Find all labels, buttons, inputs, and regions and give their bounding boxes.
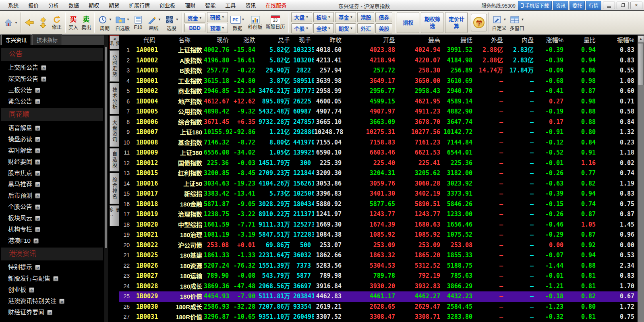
sidebar-item[interactable]: 创业板e bbox=[0, 284, 104, 295]
sidebar-item[interactable]: 港澳F10e bbox=[0, 235, 104, 246]
sidebar-item[interactable]: 黑马推荐e bbox=[0, 179, 104, 190]
sidebar-item[interactable]: 新股发行与配售e bbox=[0, 273, 104, 284]
quick-button[interactable]: 行情 bbox=[586, 1, 601, 10]
buy-button[interactable]: 买 买入 bbox=[67, 14, 80, 32]
customize-button[interactable]: ▼ 自定义 bbox=[490, 13, 508, 33]
market-nav-button[interactable]: 港股 bbox=[357, 12, 374, 22]
quick-button[interactable]: 资讯 bbox=[553, 1, 568, 10]
panel-tab[interactable]: 更多⋯ bbox=[110, 205, 119, 226]
chevron-down-icon[interactable]: ▼ bbox=[158, 18, 161, 21]
quick-button[interactable]: 手机版下载 bbox=[518, 1, 552, 10]
market-nav-button[interactable]: 大盘▼ bbox=[291, 12, 312, 22]
table-row[interactable]: 231B0027180运输789.90-0.08543.79万5877789.9… bbox=[119, 271, 638, 281]
menu-item[interactable]: 资讯 bbox=[240, 1, 261, 9]
options-filter-button[interactable]: 期权筛选 bbox=[421, 12, 443, 33]
panel-tab[interactable]: 技术分析 bbox=[110, 83, 119, 114]
sidebar-scroll-thumb[interactable] bbox=[105, 47, 107, 248]
research-button[interactable]: 研报▼ bbox=[207, 12, 228, 22]
menu-item[interactable]: 数据 bbox=[64, 1, 84, 9]
market-nav-button[interactable]: 板块▼ bbox=[313, 12, 334, 22]
market-nav-button[interactable]: 债券 bbox=[375, 12, 392, 22]
sidebar-item[interactable]: 语音解盘e bbox=[0, 122, 104, 134]
table-row[interactable]: 241B0028180成长3869.36-47.482968.56万366973… bbox=[119, 281, 638, 292]
menu-item[interactable]: 扩展行情 bbox=[124, 1, 155, 9]
down-arrow-icon[interactable] bbox=[38, 23, 48, 29]
menu-item[interactable]: 分析 bbox=[43, 1, 64, 9]
sidebar-item[interactable]: 港澳资讯特别关注e bbox=[0, 295, 104, 307]
sidebar-item[interactable]: 后市预测e bbox=[0, 190, 104, 201]
chevron-down-icon[interactable]: ▼ bbox=[176, 18, 179, 21]
table-row[interactable]: 211B0025180基建1861.33-1.332231.64万3603218… bbox=[119, 250, 638, 261]
column-header[interactable]: 开盘 bbox=[345, 35, 398, 45]
table-row[interactable]: 181B0020中型综指1661.59-7.719111.31万12527316… bbox=[119, 220, 638, 230]
table-scroll-thumb[interactable] bbox=[638, 43, 644, 85]
column-header[interactable] bbox=[119, 35, 134, 45]
quick-button[interactable]: 委托 bbox=[569, 1, 585, 10]
column-header[interactable]: 现手 bbox=[293, 35, 314, 45]
table-row[interactable]: 141B0016上证503034.63-19.234104.26万1562613… bbox=[119, 179, 638, 189]
table-row[interactable]: 11A0001上证指数4002.76-15.845.82亿10323504018… bbox=[119, 45, 638, 56]
table-row[interactable]: 151B0017新综指3383.42-13.415.73亿10250603396… bbox=[119, 189, 638, 199]
table-row[interactable]: 251B0029180价值4454.93-7.905111.81万2038414… bbox=[119, 291, 638, 302]
minimize-button[interactable] bbox=[603, 2, 615, 9]
close-button[interactable]: × bbox=[630, 2, 642, 9]
column-header[interactable]: 代码 bbox=[134, 35, 165, 45]
sidebar-item[interactable]: 股市焦点e bbox=[0, 167, 104, 179]
sell-button[interactable]: 卖 卖出 bbox=[80, 14, 93, 32]
table-row[interactable]: 21A0002A股指数4196.80-16.615.82亿10320604213… bbox=[119, 56, 638, 66]
sidebar-item[interactable]: 实时解盘e bbox=[0, 145, 104, 156]
table-row[interactable]: 261B0030180R成长2586.93-32.287207.86万93354… bbox=[119, 302, 638, 312]
table-row[interactable]: 71B0005公用指数4898.42-9.325432.48万609874907… bbox=[119, 107, 638, 117]
column-header[interactable]: 振幅% bbox=[599, 35, 638, 45]
sidebar-scrollbar[interactable] bbox=[104, 35, 108, 322]
sidebar-item[interactable]: 机构专栏e bbox=[0, 224, 104, 235]
up-arrow-icon[interactable] bbox=[38, 17, 48, 23]
table-row[interactable]: 31A0003B股指数257.72-0.2229.90万2822257.9425… bbox=[119, 66, 638, 76]
restore-button[interactable] bbox=[617, 2, 629, 9]
forecast-button[interactable]: 预测▼ bbox=[207, 23, 228, 33]
table-row[interactable]: 101B0008基金指数7146.32-8.728.80亿4419707155.… bbox=[119, 138, 638, 148]
column-header[interactable]: 内盘 bbox=[506, 35, 537, 45]
chevron-down-icon[interactable]: ▼ bbox=[109, 18, 112, 21]
table-row[interactable]: 201B0022沪公司债253.08+0.0169.86万500253.0725… bbox=[119, 240, 638, 251]
chevron-down-icon[interactable]: ▼ bbox=[126, 18, 130, 21]
scroll-up-icon[interactable]: ▲ bbox=[638, 35, 644, 42]
chevron-down-icon[interactable]: ▼ bbox=[14, 21, 18, 25]
back-button[interactable] bbox=[23, 17, 36, 28]
sidebar-item[interactable]: 三板公告e bbox=[0, 85, 104, 96]
table-row[interactable]: 51B0002商业指数2946.85-12.143476.21万10777329… bbox=[119, 86, 638, 97]
sidebar-item[interactable]: 操盘必读e bbox=[0, 134, 104, 145]
chevron-down-icon[interactable]: ▼ bbox=[521, 18, 524, 21]
sidebar-item[interactable]: 深交所公告e bbox=[0, 73, 104, 85]
menu-item[interactable]: 报价 bbox=[23, 1, 43, 9]
table-row[interactable]: 171B0019治理指数1238.75-3.228910.22万21137112… bbox=[119, 209, 638, 220]
column-header[interactable]: 名称 bbox=[165, 35, 204, 45]
sidebar-item[interactable]: 财经证券要闻e bbox=[0, 307, 104, 318]
menu-item[interactable]: 期权 bbox=[84, 1, 104, 9]
market-nav-button[interactable]: 基金▼ bbox=[335, 12, 356, 22]
column-header[interactable]: 最高 bbox=[398, 35, 443, 45]
panel-tab[interactable]: ◀资讯 bbox=[110, 35, 119, 49]
sidebar-item[interactable]: 特别提示e bbox=[0, 262, 104, 273]
column-header[interactable]: 量比 bbox=[567, 35, 599, 45]
sidebar-item[interactable]: 个股公告e bbox=[0, 201, 104, 213]
pe-data-button[interactable]: PE▼ 数据 bbox=[229, 13, 246, 33]
panel-tab[interactable]: 分时走势 bbox=[110, 50, 119, 82]
menu-item[interactable]: 创业板 bbox=[155, 1, 180, 9]
table-row[interactable]: 221B0026180资源5207.24-76.321551.39万737352… bbox=[119, 261, 638, 271]
market-nav-button[interactable]: 外汇 bbox=[357, 23, 374, 33]
menu-item[interactable]: 系统 bbox=[3, 1, 23, 9]
drawline-button[interactable]: ▼ 画线 bbox=[145, 13, 163, 33]
sidebar-tab[interactable]: 东兴资讯 bbox=[1, 34, 31, 45]
column-header[interactable]: 涨跌 bbox=[232, 35, 259, 45]
column-header[interactable]: 最低 bbox=[443, 35, 476, 45]
column-header[interactable]: 涨幅% bbox=[537, 35, 567, 45]
table-row[interactable]: 61B0004地产指数4612.67+12.62895.89万262254600… bbox=[119, 97, 638, 107]
sidebar-tab[interactable]: 技术指标 bbox=[32, 34, 62, 45]
stockpick-button[interactable]: ▼ 选股 bbox=[163, 13, 180, 33]
column-header[interactable]: 总手 bbox=[259, 35, 293, 45]
funds-button[interactable]: 资金▼ bbox=[184, 13, 205, 23]
column-header[interactable]: 现价 bbox=[204, 35, 232, 45]
column-header[interactable]: 昨收 bbox=[314, 35, 345, 45]
f10-button[interactable]: F10 bbox=[131, 14, 145, 31]
